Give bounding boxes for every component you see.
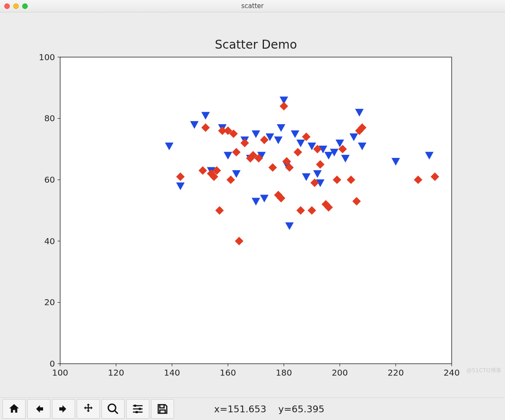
figure-area[interactable]: 100120140160180200220240020406080100Scat…	[0, 12, 505, 397]
sliders-icon	[131, 402, 144, 415]
svg-text:140: 140	[164, 368, 180, 378]
scatter-chart[interactable]: 100120140160180200220240020406080100Scat…	[0, 12, 505, 397]
forward-button[interactable]	[52, 399, 75, 419]
svg-text:180: 180	[276, 368, 292, 378]
svg-text:120: 120	[108, 368, 124, 378]
svg-text:240: 240	[444, 368, 460, 378]
close-button[interactable]	[4, 3, 10, 9]
svg-rect-30	[134, 405, 136, 407]
svg-rect-0	[60, 57, 452, 364]
arrow-left-icon	[32, 402, 45, 415]
minimize-button[interactable]	[13, 3, 19, 9]
cursor-coordinates: x=151.653 y=65.395	[214, 404, 325, 414]
svg-text:Scatter Demo: Scatter Demo	[215, 38, 297, 52]
window-title: scatter	[0, 2, 505, 10]
back-button[interactable]	[27, 399, 50, 419]
svg-rect-31	[139, 408, 141, 410]
home-button[interactable]	[3, 399, 26, 419]
svg-text:200: 200	[332, 368, 348, 378]
window: scatter 10012014016018020022024002040608…	[0, 0, 505, 420]
svg-rect-32	[136, 411, 138, 413]
svg-text:100: 100	[52, 368, 68, 378]
save-button[interactable]	[151, 399, 174, 419]
titlebar: scatter	[0, 0, 505, 12]
svg-text:80: 80	[44, 113, 55, 123]
save-icon	[156, 402, 169, 415]
pan-button[interactable]	[77, 399, 100, 419]
move-icon	[82, 402, 95, 415]
svg-text:40: 40	[44, 236, 55, 246]
svg-text:20: 20	[44, 297, 55, 307]
home-icon	[8, 402, 20, 415]
zoom-button[interactable]	[102, 399, 125, 419]
toolbar: x=151.653 y=65.395	[0, 397, 505, 420]
traffic-lights	[0, 3, 28, 9]
configure-button[interactable]	[126, 399, 149, 419]
svg-text:60: 60	[44, 175, 55, 185]
svg-text:100: 100	[39, 52, 55, 62]
svg-text:220: 220	[388, 368, 404, 378]
arrow-right-icon	[57, 402, 70, 415]
zoom-button[interactable]	[22, 3, 28, 9]
svg-text:160: 160	[220, 368, 236, 378]
svg-text:0: 0	[49, 359, 55, 369]
magnifier-icon	[107, 402, 119, 415]
